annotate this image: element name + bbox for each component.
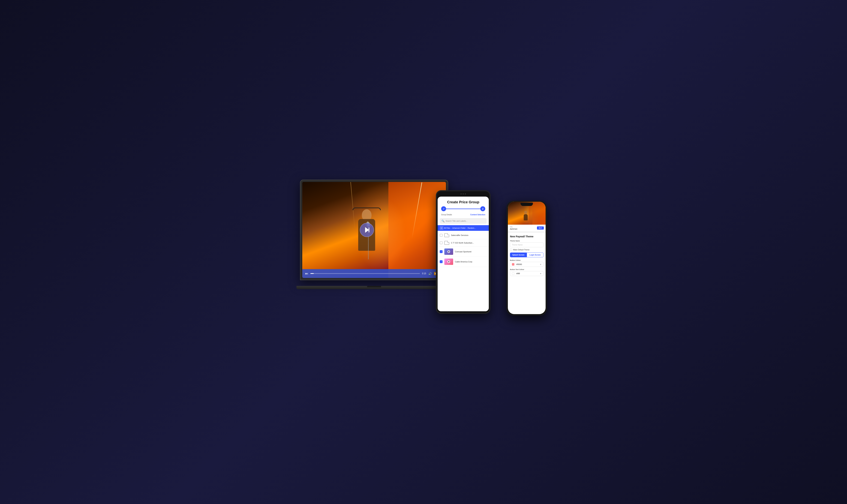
phone-notch (521, 203, 533, 206)
file-name-2: C T V15 North Suburban... (451, 242, 474, 244)
phone-card-row: Title Jackman BUY (508, 224, 546, 232)
breadcrumb-random: Random... (468, 227, 476, 229)
button-colour-select[interactable]: #ff8990 ▼ (510, 262, 543, 267)
volume-button[interactable]: 🔊 (428, 272, 432, 275)
text-colour-select-chevron: ▼ (540, 273, 542, 275)
time-display: 0:15 (422, 272, 426, 275)
folder-icon-2 (444, 241, 449, 245)
search-icon: 🔍 (441, 219, 445, 222)
file-thumb-2 (444, 258, 453, 265)
make-default-label: Make Default Theme (513, 249, 529, 251)
step-labels: Group Details Content Selection (438, 213, 489, 217)
video-controls: ⏭ 0:15 🔊 ⏪ (302, 269, 446, 278)
step-2-label: Content Selection (470, 214, 485, 216)
step-1-circle (441, 206, 446, 211)
phone-divider (508, 232, 546, 233)
button-colour-value: #ff8990 (516, 264, 522, 265)
laptop-base (296, 286, 452, 289)
button-colour-label: Button Colour (510, 259, 543, 261)
step-2-circle: 2 (480, 206, 485, 211)
breadcrumb-menu-button[interactable]: ≡ (440, 226, 443, 230)
tablet-screen: Create Price Group 2 Group Details Conte… (438, 197, 489, 311)
play-pause-button[interactable]: ⏭ (305, 272, 308, 275)
list-item[interactable]: ✓ Cable America Corp (438, 257, 489, 267)
scene: ⏭ 0:15 🔊 ⏪ (300, 180, 547, 324)
create-price-group-title: Create Price Group (438, 197, 489, 206)
file-name-4: Cable America Corp (455, 260, 472, 263)
phone: Title Jackman BUY New Paywall Theme Them… (506, 201, 547, 316)
laptop-body: ⏭ 0:15 🔊 ⏪ (300, 180, 448, 280)
tablet: Create Price Group 2 Group Details Conte… (436, 190, 490, 314)
laptop-screen: ⏭ 0:15 🔊 ⏪ (302, 182, 446, 278)
file-checkbox-2[interactable] (440, 241, 443, 244)
phone-screen: Title Jackman BUY New Paywall Theme Them… (508, 202, 546, 314)
search-bar[interactable]: 🔍 Search Title and Labels... (440, 218, 487, 224)
thumb-play-2 (447, 260, 450, 263)
file-thumb-1 (444, 249, 453, 255)
tablet-camera-row (461, 193, 466, 195)
breadcrumb-sep-2: › (466, 227, 467, 229)
login-screen-tab[interactable]: Login Screen (527, 253, 543, 257)
tablet-content: Create Price Group 2 Group Details Conte… (438, 197, 489, 311)
list-item[interactable]: Salecraffer Services (438, 232, 489, 239)
theme-name-input[interactable]: Theme Name (510, 242, 543, 247)
button-text-colour-value: #ffffff (516, 273, 520, 275)
file-checkbox-3[interactable]: ✓ (440, 250, 443, 253)
splash-screen-tab[interactable]: Splash Screen (510, 253, 527, 257)
make-default-row[interactable]: Make Default Theme (510, 249, 543, 251)
play-button[interactable] (360, 223, 374, 237)
paywall-section: New Paywall Theme Theme Name Theme Name … (508, 233, 546, 279)
list-item[interactable]: C T V15 North Suburban... (438, 239, 489, 247)
colour-select-chevron: ▼ (540, 264, 542, 265)
search-placeholder[interactable]: Search Title and Labels... (446, 220, 467, 222)
screen-tabs: Splash Screen Login Screen (510, 253, 543, 257)
phone-card-name: Jackman (510, 228, 537, 230)
file-name-1: Salecraffer Services (451, 234, 468, 236)
list-item[interactable]: ✓ Comcast Sportsnet (438, 247, 489, 257)
file-list: Salecraffer Services C T V15 North Subur… (438, 231, 489, 268)
button-text-colour-swatch (512, 272, 515, 275)
step-1-label: Group Details (441, 214, 452, 216)
file-name-3: Comcast Sportsnet (455, 251, 471, 253)
make-default-checkbox[interactable] (510, 249, 512, 251)
step-line (446, 209, 480, 209)
buy-button[interactable]: BUY (537, 227, 544, 230)
thumb-play-1 (447, 250, 450, 253)
folder-icon-1 (444, 233, 449, 237)
file-checkbox-4[interactable]: ✓ (440, 260, 443, 263)
breadcrumb-sep-1: › (451, 227, 451, 229)
phone-body: Title Jackman BUY New Paywall Theme Them… (506, 201, 547, 316)
theme-name-label: Theme Name (510, 240, 543, 242)
tablet-speaker (465, 193, 466, 195)
breadcrumb-folder[interactable]: Johanna's Folder (452, 227, 466, 229)
breadcrumb-row: ≡ All Files › Johanna's Folder › Random.… (438, 225, 489, 231)
tablet-body: Create Price Group 2 Group Details Conte… (436, 190, 490, 314)
button-text-colour-label: Button Text Colour (510, 269, 543, 270)
phone-card-info: Title Jackman (510, 226, 537, 230)
paywall-section-title: New Paywall Theme (510, 235, 543, 238)
progress-fill (310, 273, 314, 274)
phone-card-title-label: Title (510, 226, 537, 228)
button-colour-swatch (512, 263, 515, 266)
tablet-sensor (463, 193, 464, 195)
breadcrumb-all-files[interactable]: All Files (444, 227, 450, 229)
button-text-colour-select[interactable]: #ffffff ▼ (510, 271, 543, 276)
video-background (302, 182, 446, 278)
laptop: ⏭ 0:15 🔊 ⏪ (300, 180, 459, 289)
progress-bar[interactable] (310, 273, 420, 274)
tablet-camera (461, 193, 462, 195)
stepper: 2 (438, 206, 489, 213)
file-checkbox-1[interactable] (440, 234, 443, 237)
laptop-notch (367, 286, 381, 287)
